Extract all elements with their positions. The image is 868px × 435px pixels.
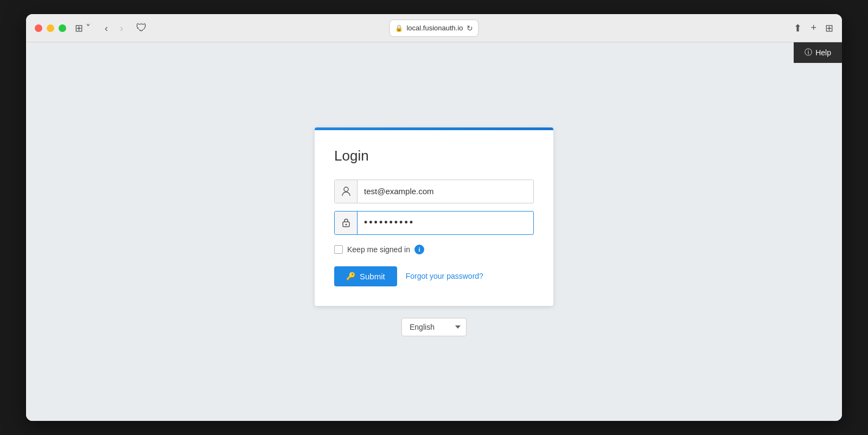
language-selector: English Español Français Deutsch — [401, 318, 467, 336]
url-text: local.fusionauth.io — [406, 24, 463, 32]
new-tab-icon[interactable]: + — [810, 22, 816, 34]
traffic-lights — [35, 24, 66, 32]
share-icon[interactable]: ⬆ — [794, 22, 802, 34]
grid-icon[interactable]: ⊞ — [825, 22, 833, 34]
keep-signed-info-icon[interactable]: i — [414, 245, 424, 254]
close-button[interactable] — [35, 24, 42, 32]
sidebar-toggle-icon[interactable]: ⊞ ˅ — [73, 20, 93, 36]
reload-button[interactable]: ↻ — [467, 24, 473, 33]
keep-signed-checkbox[interactable] — [334, 245, 343, 254]
email-field[interactable] — [358, 181, 533, 201]
help-circle-icon: ⓘ — [805, 48, 812, 57]
nav-buttons: ‹ › — [101, 22, 126, 34]
language-select[interactable]: English Español Français Deutsch — [401, 318, 467, 336]
password-input-group — [334, 211, 534, 235]
login-card: Login — [315, 127, 553, 306]
title-bar: ⊞ ˅ ‹ › 🛡 🔒 local.fusionauth.io ↻ ⬆ + ⊞ — [26, 14, 842, 42]
forward-button[interactable]: › — [117, 22, 126, 34]
password-field[interactable] — [358, 212, 533, 234]
keep-signed-row: Keep me signed in i — [334, 245, 534, 254]
keep-signed-label: Keep me signed in — [347, 245, 410, 254]
email-input-group — [334, 180, 534, 203]
svg-point-2 — [345, 224, 347, 226]
lock-icon: 🔒 — [395, 24, 403, 32]
shield-icon: 🛡 — [136, 22, 147, 34]
help-button[interactable]: ⓘ Help — [794, 42, 842, 63]
help-button-label: Help — [815, 48, 831, 57]
minimize-button[interactable] — [47, 24, 54, 32]
address-bar[interactable]: 🔒 local.fusionauth.io ↻ — [389, 20, 478, 37]
action-row: 🔑 Submit Forgot your password? — [334, 266, 534, 286]
toolbar-right: ⬆ + ⊞ — [794, 22, 833, 34]
maximize-button[interactable] — [59, 24, 66, 32]
submit-label: Submit — [360, 272, 385, 281]
browser-window: ⊞ ˅ ‹ › 🛡 🔒 local.fusionauth.io ↻ ⬆ + ⊞ … — [26, 14, 842, 421]
forgot-password-link[interactable]: Forgot your password? — [406, 272, 483, 280]
password-lock-icon — [335, 212, 358, 234]
key-icon: 🔑 — [346, 272, 355, 280]
user-icon — [335, 180, 358, 203]
submit-button[interactable]: 🔑 Submit — [334, 266, 397, 286]
svg-point-0 — [344, 187, 348, 191]
page-content: Login — [26, 42, 842, 421]
login-title: Login — [334, 148, 534, 164]
login-card-body: Login — [315, 130, 553, 306]
back-button[interactable]: ‹ — [101, 22, 111, 34]
